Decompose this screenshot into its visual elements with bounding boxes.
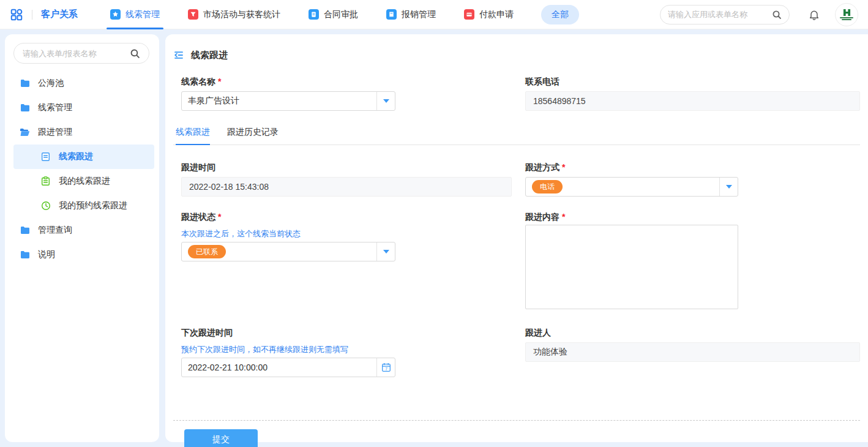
followup-time-label: 跟进时间 [181,161,518,173]
nav-tab-label: 报销管理 [402,9,436,20]
field-contact-phone: 联系电话 18564898715 [525,75,860,111]
collapse-back-icon[interactable] [173,50,184,60]
folder-icon [20,226,30,235]
next-followup-time-value: 2022-02-21 10:00:00 [182,358,376,377]
search-icon [772,10,782,20]
sidebar-item-public-pool[interactable]: 公海池 [13,71,154,96]
sidebar-item-management-query[interactable]: 管理查询 [13,218,154,242]
nav-tab-marketing-stats[interactable]: 市场活动与获客统计 [188,0,280,29]
followup-method-label: 跟进方式 [525,162,559,172]
field-followup-status: 跟进状态* 本次跟进之后，这个线索当前状态 已联系 [181,211,518,312]
sidebar-search-input[interactable] [23,49,125,58]
required-mark: * [218,212,221,222]
nav-tab-label: 合同审批 [324,9,358,20]
svg-text:7: 7 [385,367,387,371]
global-search-input[interactable] [668,10,767,19]
funnel-app-icon [188,9,198,20]
sidebar-search[interactable] [13,43,149,64]
followup-status-select[interactable]: 已联系 [181,242,395,261]
nav-tab-label: 市场活动与获客统计 [203,9,280,20]
org-logo-text [842,19,851,20]
field-lead-name: 线索名称* 丰泉广告设计 [181,75,518,111]
sidebar-item-lead-followup[interactable]: 线索跟进 [13,145,154,169]
nav-right-group [660,3,858,26]
sidebar-item-instructions[interactable]: 说明 [13,242,154,267]
nav-tab-label: 线索管理 [125,9,160,20]
sidebar-item-label: 公海池 [38,78,64,89]
folder-icon [20,79,30,88]
tab-lead-followup[interactable]: 线索跟进 [176,127,210,145]
field-next-followup-time: 下次跟进时间 预约下次跟进时间，如不再继续跟进则无需填写 2022-02-21 … [181,326,518,377]
all-apps-pill[interactable]: 全部 [541,5,579,24]
clock-icon [40,201,51,211]
sidebar-item-label: 说明 [38,249,55,260]
clipboard-icon [40,176,51,186]
chevron-down-icon [383,250,389,254]
followup-method-select[interactable]: 电话 [525,177,738,197]
dropdown-arrow-box[interactable] [376,92,395,110]
folder-open-icon [20,128,30,137]
detail-tabs: 线索跟进 跟进历史记录 [173,127,860,145]
lead-name-label: 线索名称 [181,77,215,86]
submit-button[interactable]: 提交 [184,429,258,447]
tab-followup-history[interactable]: 跟进历史记录 [227,127,279,145]
star-app-icon [110,9,121,20]
top-nav: 客户关系 线索管理 市场活动与获客统计 合同审批 报销管理 付款申请 全部 [0,0,868,29]
next-followup-time-input[interactable]: 2022-02-21 10:00:00 7 [181,358,395,377]
form-footer-divider [173,420,860,421]
required-mark: * [218,77,221,86]
user-avatar[interactable] [835,3,858,26]
sidebar-item-label: 跟进管理 [38,127,72,138]
followup-status-tag: 已联系 [188,245,226,258]
sidebar-item-followup-management[interactable]: 跟进管理 [13,120,154,145]
sidebar-item-label: 我的线索跟进 [59,176,110,187]
contact-phone-label: 联系电话 [525,75,860,88]
nav-tab-contract-approval[interactable]: 合同审批 [309,0,358,29]
required-mark: * [562,162,565,172]
follower-value: 功能体验 [525,342,860,362]
dropdown-arrow-box[interactable] [376,242,395,261]
nav-tab-lead-management[interactable]: 线索管理 [110,0,160,29]
nav-tab-label: 付款申请 [479,9,514,20]
app-title[interactable]: 客户关系 [41,9,78,20]
org-logo-icon [842,9,851,17]
org-logo-text [840,17,853,18]
sidebar: 公海池 线索管理 跟进管理 线索跟进 [5,34,159,442]
sidebar-item-label: 我的预约线索跟进 [59,200,127,211]
sidebar-item-label: 线索管理 [38,102,72,113]
nav-tab-reimbursement[interactable]: 报销管理 [386,0,436,29]
field-followup-method: 跟进方式* 电话 [525,161,860,197]
page-title: 线索跟进 [191,50,228,61]
sidebar-menu: 公海池 线索管理 跟进管理 线索跟进 [13,71,154,267]
receipt-app-icon [386,9,397,20]
followup-status-label: 跟进状态 [181,212,215,222]
app-grid-icon[interactable] [10,8,23,21]
sidebar-item-label: 管理查询 [38,225,72,236]
followup-content-textarea[interactable] [525,225,738,309]
lead-name-value: 丰泉广告设计 [182,92,376,110]
field-followup-time: 跟进时间 2022-02-18 15:43:08 [181,161,518,197]
required-mark: * [562,212,565,222]
calendar-icon: 7 [381,362,391,372]
main-panel: 线索跟进 线索名称* 丰泉广告设计 联系电话 18564898715 线索跟进 … [165,34,868,442]
calendar-picker-box[interactable]: 7 [376,358,395,377]
document-icon [40,152,51,162]
lead-name-select[interactable]: 丰泉广告设计 [181,91,395,111]
wallet-app-icon [464,9,474,20]
followup-method-tag: 电话 [532,180,563,193]
nav-tab-payment-request[interactable]: 付款申请 [464,0,514,29]
contact-phone-value: 18564898715 [525,91,860,111]
sidebar-item-my-scheduled-followup[interactable]: 我的预约线索跟进 [13,193,154,218]
notification-bell-icon[interactable] [808,9,820,21]
search-icon [130,48,140,59]
dropdown-arrow-box[interactable] [719,178,738,196]
global-search[interactable] [660,5,790,24]
followup-time-value: 2022-02-18 15:43:08 [181,177,512,197]
next-followup-time-label: 下次跟进时间 [181,326,518,339]
folder-icon [20,250,30,259]
sidebar-item-lead-management[interactable]: 线索管理 [13,96,154,120]
sidebar-item-my-lead-followup[interactable]: 我的线索跟进 [13,169,154,193]
main-header: 线索跟进 [165,34,868,65]
followup-status-helper: 本次跟进之后，这个线索当前状态 [181,228,518,239]
chevron-down-icon [383,99,389,103]
